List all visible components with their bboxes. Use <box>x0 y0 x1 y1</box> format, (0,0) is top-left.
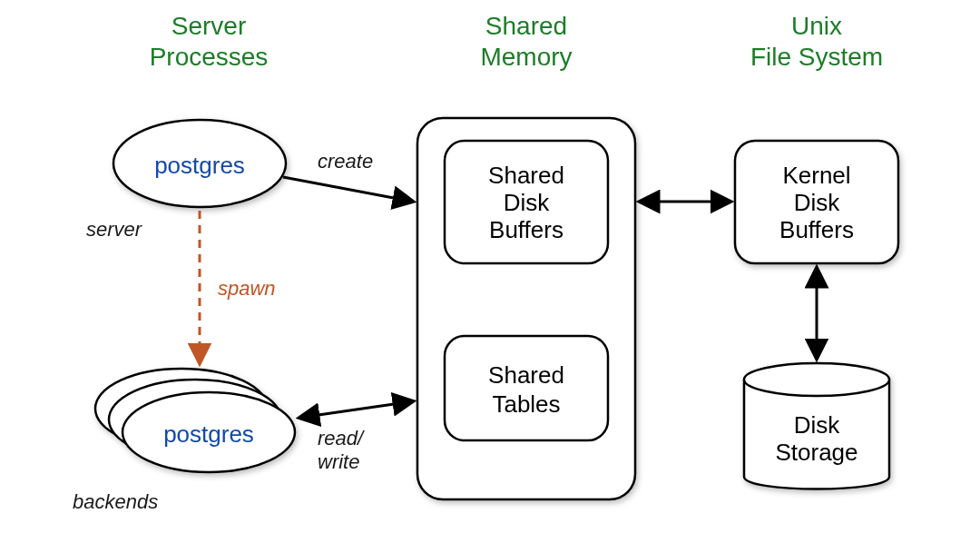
node-text: Disk <box>504 189 551 216</box>
server-label: server <box>86 218 143 241</box>
spawn-label: spawn <box>218 277 276 300</box>
postgres-server-node: postgres <box>113 120 286 207</box>
backends-label: backends <box>73 490 158 513</box>
node-text: Shared <box>488 162 564 189</box>
title-text: Memory <box>480 43 572 71</box>
title-text: Unix <box>791 12 842 40</box>
architecture-diagram: Server Processes Shared Memory Unix File… <box>0 0 980 543</box>
column-title-server-processes: Server Processes <box>150 12 269 71</box>
title-text: Processes <box>150 43 269 71</box>
node-text: postgres <box>154 152 245 179</box>
svg-line-11 <box>299 401 413 418</box>
create-arrow: create <box>283 150 413 202</box>
kernel-disk-buffers-node: Kernel Disk Buffers <box>735 141 898 263</box>
node-text: Kernel <box>782 162 850 189</box>
column-title-shared-memory: Shared Memory <box>480 12 572 71</box>
title-text: Shared <box>485 12 567 40</box>
node-text: Storage <box>775 439 858 466</box>
create-label: create <box>318 150 373 173</box>
node-text: Disk <box>794 189 841 216</box>
read-write-arrow: read/ write <box>299 401 413 473</box>
title-text: Server <box>172 12 246 40</box>
disk-storage-node: Disk Storage <box>744 363 889 489</box>
node-text: Buffers <box>779 216 854 243</box>
column-title-unix-fs: Unix File System <box>750 12 883 71</box>
shared-tables-node: Shared Tables <box>445 336 608 440</box>
node-text: Tables <box>492 390 560 418</box>
read-write-label-l1: read/ <box>318 427 365 449</box>
postgres-backends-node: postgres <box>95 369 295 472</box>
node-text: Shared <box>488 361 564 389</box>
shared-disk-buffers-node: Shared Disk Buffers <box>445 141 608 263</box>
read-write-label-l2: write <box>318 450 359 473</box>
node-text: postgres <box>163 420 254 448</box>
svg-point-4 <box>744 363 889 396</box>
svg-line-10 <box>283 177 413 202</box>
node-text: Buffers <box>489 216 564 243</box>
node-text: Disk <box>794 411 841 439</box>
spawn-arrow: spawn <box>200 211 276 363</box>
title-text: File System <box>750 43 883 71</box>
